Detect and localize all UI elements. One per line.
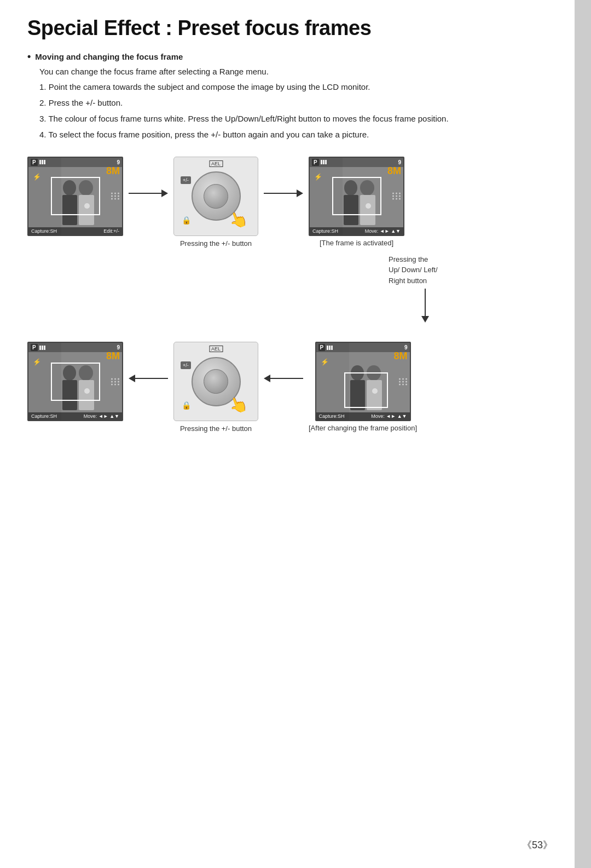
p-badge-1: P — [31, 159, 38, 166]
plus-minus-btn-2: +/- — [181, 361, 191, 369]
eight-m-4: 8M — [393, 350, 407, 362]
battery-icon-3 — [39, 346, 45, 350]
camera-bottom-bar-1: Capture:SH Edit:+/- — [28, 227, 122, 235]
plus-minus-btn-1: +/- — [181, 176, 191, 184]
arrow-head-down — [421, 316, 429, 323]
arrow-head-left-1 — [129, 375, 135, 382]
step-1: 1. Point the camera towards the subject … — [39, 81, 564, 94]
camera-bottom-bar-4: Capture:SH Move: ◄► ▲▼ — [316, 412, 410, 420]
bottom-left-1: Capture:SH — [31, 228, 57, 234]
arrow-line-4 — [270, 378, 303, 379]
focus-frame-3 — [51, 363, 100, 401]
bullet-section: • Moving and changing the focus frame Yo… — [27, 52, 564, 141]
pressing-label-2: Pressing the +/- button — [180, 424, 252, 434]
eight-m-2: 8M — [387, 165, 401, 177]
arrow-head-left-2 — [264, 375, 270, 382]
ael-label-1: AEL — [209, 160, 223, 167]
arrow-head-right-1 — [161, 189, 168, 197]
page-footer: 《53》 — [522, 838, 553, 852]
camera-bottom-bar-3: Capture:SH Move: ◄► ▲▼ — [28, 412, 122, 420]
diagram-section: P 9 8M ⚡ — [27, 157, 564, 434]
number-badge-1: 9 — [117, 159, 120, 165]
camera-button-img-1: AEL 👆 +/- 🔒 — [173, 157, 258, 236]
camera-button-2: AEL 👆 +/- 🔒 Pressing the +/- button — [173, 342, 258, 434]
number-badge-2: 9 — [398, 159, 401, 165]
right-column: Pressing the Up/ Down/ Left/ Right butto… — [389, 254, 438, 326]
mid-section: Pressing the Up/ Down/ Left/ Right butto… — [389, 254, 564, 326]
focus-frame-2 — [332, 177, 381, 215]
battery-icon-1 — [39, 160, 45, 164]
arrow-down-line — [425, 289, 426, 316]
arrow-down-1 — [421, 289, 429, 323]
bottom-diagram-row: P 9 8M ⚡ — [27, 342, 564, 434]
bottom-left-2: Capture:SH — [312, 228, 338, 234]
lock-icon-2: 🔒 — [182, 401, 191, 410]
eight-m-3: 8M — [106, 350, 120, 362]
battery-icon-4 — [327, 346, 333, 350]
bottom-screen-1: P 9 8M ⚡ — [27, 342, 123, 421]
number-badge-4: 9 — [404, 344, 408, 350]
dots-pattern-2 — [392, 193, 401, 200]
p-badge-3: P — [31, 344, 38, 351]
page-title: Special Effect : Preset focus frames — [27, 16, 564, 40]
step-2: 2. Press the +/- button. — [39, 96, 564, 110]
eight-m-1: 8M — [106, 165, 120, 177]
pressing-direction-label: Pressing the Up/ Down/ Left/ Right butto… — [389, 254, 438, 286]
flash-icon-3: ⚡ — [33, 358, 41, 366]
camera-screen-1: P 9 8M ⚡ — [27, 157, 123, 236]
number-badge-3: 9 — [117, 344, 120, 350]
battery-icon-2 — [321, 160, 327, 164]
dial-inner-1 — [204, 184, 228, 209]
bottom-left-3: Capture:SH — [31, 413, 57, 419]
bullet-item: • Moving and changing the focus frame — [27, 52, 564, 62]
p-badge-4: P — [318, 344, 326, 351]
side-bar — [575, 0, 591, 868]
arrow-right-1 — [123, 189, 173, 197]
focus-frame-1 — [51, 177, 100, 215]
arrow-line-3 — [135, 378, 168, 379]
arrow-left-2 — [258, 375, 309, 382]
arrow-left-1 — [123, 375, 173, 382]
p-badge-2: P — [312, 159, 319, 166]
arrow-head-right-2 — [297, 189, 303, 197]
dots-pattern-1 — [111, 193, 120, 200]
top-screen-2: P 9 8M ⚡ — [309, 157, 404, 247]
camera-screen-2: P 9 8M ⚡ — [309, 157, 404, 236]
bottom-right-1: Edit:+/- — [103, 228, 119, 234]
camera-bottom-bar-2: Capture:SH Move: ◄► ▲▼ — [310, 227, 403, 235]
focus-frame-moved — [344, 372, 388, 408]
bottom-right-4: Move: ◄► ▲▼ — [371, 413, 407, 419]
camera-button-img-2: AEL 👆 +/- 🔒 — [173, 342, 258, 421]
dots-pattern-4 — [399, 378, 408, 385]
flash-icon-1: ⚡ — [33, 173, 41, 181]
top-screen-1: P 9 8M ⚡ — [27, 157, 123, 236]
bullet-dot: • — [27, 51, 31, 62]
intro-text: You can change the focus frame after sel… — [39, 66, 564, 78]
dial-inner-2 — [204, 369, 228, 394]
arrow-line-1 — [129, 193, 161, 194]
bottom-right-3: Move: ◄► ▲▼ — [84, 413, 119, 419]
bottom-screen-2: P 9 8M ⚡ — [309, 342, 417, 432]
bottom-right-2: Move: ◄► ▲▼ — [365, 228, 401, 234]
bottom-left-4: Capture:SH — [319, 413, 345, 419]
camera-screen-4: P 9 8M ⚡ — [315, 342, 411, 421]
top-diagram-row: P 9 8M ⚡ — [27, 157, 564, 249]
camera-button-1: AEL 👆 +/- 🔒 Pressing the +/- button — [173, 157, 258, 249]
frame-activated-caption: [The frame is activated] — [320, 239, 393, 247]
bullet-heading: Moving and changing the focus frame — [35, 52, 183, 61]
step-3: 3. The colour of focus frame turns white… — [39, 112, 564, 125]
flash-icon-2: ⚡ — [314, 173, 322, 181]
frame-changed-caption: [After changing the frame position] — [309, 424, 417, 432]
arrow-right-2 — [258, 189, 309, 197]
flash-icon-4: ⚡ — [321, 358, 329, 366]
step-4: 4. To select the focus frame position, p… — [39, 128, 564, 141]
ael-label-2: AEL — [209, 346, 223, 352]
dots-pattern-3 — [111, 378, 120, 385]
camera-screen-3: P 9 8M ⚡ — [27, 342, 123, 421]
arrow-line-2 — [264, 193, 297, 194]
pressing-label-1: Pressing the +/- button — [180, 239, 252, 249]
lock-icon-1: 🔒 — [182, 216, 191, 225]
